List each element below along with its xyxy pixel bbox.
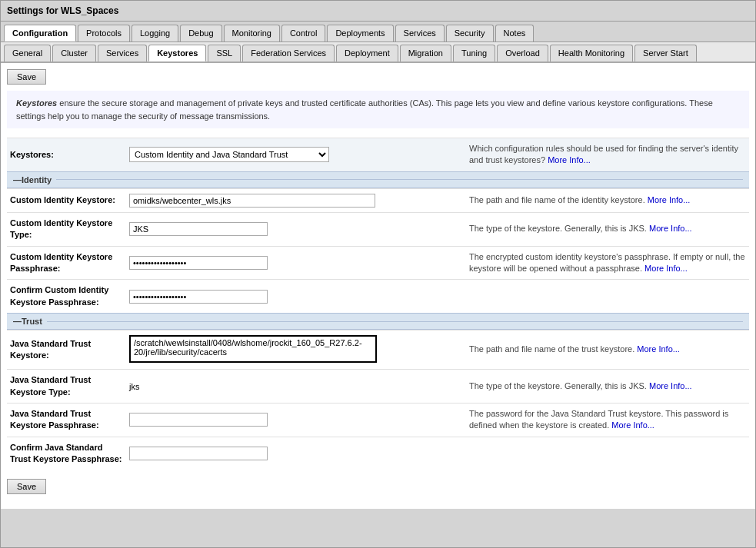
form-row-custom-identity-pass: Custom Identity Keystore Passphrase: The…: [7, 246, 749, 280]
label-java-trust-pass: Java Standard Trust Keystore Passphrase:: [10, 408, 129, 432]
confirm-custom-identity-pass-input[interactable]: [129, 290, 268, 304]
tab-services2[interactable]: Services: [98, 45, 147, 61]
tab-configuration[interactable]: Configuration: [4, 25, 76, 42]
custom-identity-type-more-info[interactable]: More Info...: [649, 224, 692, 233]
form-row-java-trust-keystore: Java Standard Trust Keystore: /scratch/w…: [7, 330, 749, 369]
main-window: Settings for WLS_Spaces Configuration Pr…: [0, 0, 756, 548]
identity-section-header: Identity: [7, 171, 749, 188]
help-java-trust-pass: The password for the Java Standard Trust…: [469, 408, 746, 432]
form-row-confirm-custom-identity-pass: Confirm Custom Identity Keystore Passphr…: [7, 279, 749, 313]
tab-notes[interactable]: Notes: [495, 25, 535, 42]
save-button-top[interactable]: Save: [7, 69, 46, 85]
save-button-bottom[interactable]: Save: [7, 479, 46, 494]
tab-federation-services[interactable]: Federation Services: [242, 45, 335, 61]
keystores-selector-row: Keystores: Custom Identity and Java Stan…: [7, 138, 749, 171]
form-row-custom-identity-keystore: Custom Identity Keystore: The path and f…: [7, 188, 749, 212]
java-trust-keystore-input[interactable]: /scratch/wewlsinstall/0408/wlshome/jrock…: [129, 335, 377, 363]
tab-security[interactable]: Security: [446, 25, 494, 42]
tab-services[interactable]: Services: [395, 25, 445, 42]
tab-logging[interactable]: Logging: [132, 25, 178, 42]
tab-cluster[interactable]: Cluster: [52, 45, 96, 61]
tab-general[interactable]: General: [4, 45, 51, 61]
form-row-java-trust-pass: Java Standard Trust Keystore Passphrase:…: [7, 403, 749, 437]
form-row-custom-identity-type: Custom Identity Keystore Type: The type …: [7, 212, 749, 246]
java-trust-type-more-info[interactable]: More Info...: [649, 381, 692, 390]
tab-tuning[interactable]: Tuning: [453, 45, 495, 61]
tab-protocols[interactable]: Protocols: [78, 25, 130, 42]
input-custom-identity-type: [129, 222, 469, 236]
keystores-label: Keystores:: [10, 149, 129, 161]
custom-identity-type-input[interactable]: [129, 222, 268, 236]
custom-identity-pass-more-info[interactable]: More Info...: [644, 264, 688, 273]
java-trust-keystore-more-info[interactable]: More Info...: [637, 344, 680, 354]
input-confirm-custom-identity-pass: [129, 290, 469, 304]
tab-control[interactable]: Control: [281, 25, 325, 42]
window-title: Settings for WLS_Spaces: [7, 5, 118, 16]
tabs-row2: General Cluster Services Keystores SSL F…: [1, 42, 755, 63]
info-rest: ensure the secure storage and management…: [16, 98, 713, 121]
tab-deployments[interactable]: Deployments: [327, 25, 393, 42]
label-custom-identity-keystore: Custom Identity Keystore:: [10, 194, 129, 206]
java-trust-type-value: jks: [129, 382, 139, 391]
keystores-select[interactable]: Custom Identity and Java Standard Trust: [129, 147, 329, 162]
info-italic: Keystores: [16, 98, 57, 108]
label-custom-identity-pass: Custom Identity Keystore Passphrase:: [10, 251, 129, 275]
tab-server-start[interactable]: Server Start: [634, 45, 697, 61]
label-java-trust-keystore: Java Standard Trust Keystore:: [10, 338, 129, 362]
label-java-trust-type: Java Standard Trust Keystore Type:: [10, 374, 129, 398]
custom-identity-keystore-more-info[interactable]: More Info...: [648, 195, 691, 204]
tab-monitoring[interactable]: Monitoring: [224, 25, 280, 42]
tab-overload[interactable]: Overload: [497, 45, 548, 61]
tabs-row1: Configuration Protocols Logging Debug Mo…: [1, 22, 755, 42]
custom-identity-keystore-input[interactable]: [129, 194, 375, 208]
input-java-trust-pass: [129, 413, 469, 427]
help-java-trust-keystore: The path and file name of the trust keys…: [469, 344, 746, 355]
keystores-input-cell: Custom Identity and Java Standard Trust: [129, 147, 469, 162]
keystores-help: Which configuration rules should be used…: [469, 143, 746, 167]
label-confirm-java-trust-pass: Confirm Java Standard Trust Keystore Pas…: [10, 442, 129, 466]
keystores-more-info[interactable]: More Info...: [548, 155, 591, 164]
info-box: Keystores ensure the secure storage and …: [7, 91, 749, 128]
input-java-trust-type: jks: [129, 382, 469, 391]
tab-keystores[interactable]: Keystores: [148, 45, 206, 61]
title-bar: Settings for WLS_Spaces: [1, 1, 755, 22]
tab-migration[interactable]: Migration: [400, 45, 451, 61]
input-confirm-java-trust-pass: [129, 447, 469, 460]
form-row-java-trust-type: Java Standard Trust Keystore Type: jks T…: [7, 369, 749, 403]
input-custom-identity-pass: [129, 256, 469, 270]
content-area: Save Keystores ensure the secure storage…: [1, 63, 755, 509]
tab-health-monitoring[interactable]: Health Monitoring: [550, 45, 633, 61]
label-custom-identity-type: Custom Identity Keystore Type:: [10, 218, 129, 241]
confirm-java-trust-pass-input[interactable]: [129, 447, 268, 460]
java-trust-pass-input[interactable]: [129, 413, 268, 427]
form-row-confirm-java-trust-pass: Confirm Java Standard Trust Keystore Pas…: [7, 437, 749, 470]
trust-section-header: Trust: [7, 313, 749, 330]
input-java-trust-keystore: /scratch/wewlsinstall/0408/wlshome/jrock…: [129, 335, 469, 364]
input-custom-identity-keystore: [129, 194, 469, 208]
help-custom-identity-type: The type of the keystore. Generally, thi…: [469, 223, 746, 234]
help-custom-identity-pass: The encrypted custom identity keystore's…: [469, 251, 746, 275]
label-confirm-custom-identity-pass: Confirm Custom Identity Keystore Passphr…: [10, 284, 129, 308]
help-java-trust-type: The type of the keystore. Generally, thi…: [469, 380, 746, 392]
tab-deployment[interactable]: Deployment: [336, 45, 398, 61]
tab-debug[interactable]: Debug: [180, 25, 221, 42]
custom-identity-pass-input[interactable]: [129, 256, 268, 270]
java-trust-pass-more-info[interactable]: More Info...: [611, 420, 654, 430]
help-custom-identity-keystore: The path and file name of the identity k…: [469, 194, 746, 206]
tab-ssl[interactable]: SSL: [208, 45, 241, 61]
